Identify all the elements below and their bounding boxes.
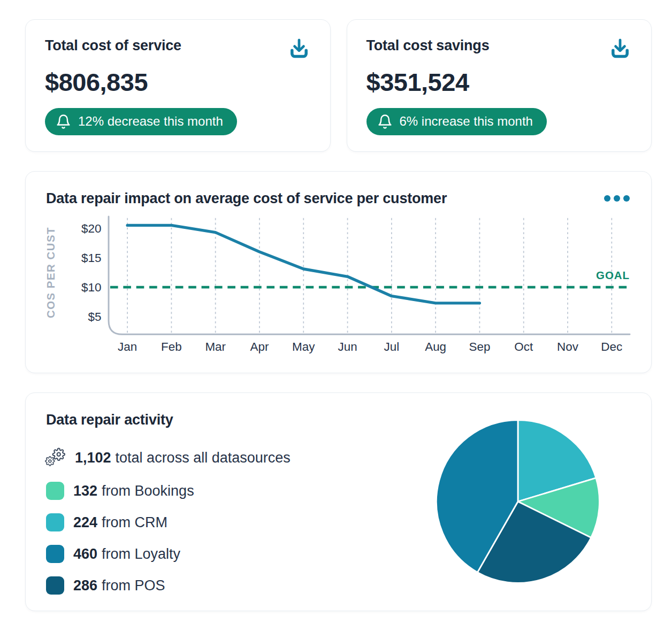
badge-label: 12% decrease this month	[78, 114, 223, 129]
impact-chart-card: Data repair impact on average cost of se…	[25, 171, 652, 373]
ellipsis-dot	[614, 195, 620, 202]
bookings-color-swatch	[46, 482, 64, 500]
svg-text:GOAL: GOAL	[596, 269, 630, 281]
legend-item-pos: 286from POS	[46, 576, 433, 595]
kpi-value: $351,524	[366, 67, 632, 97]
legend-item-text: 132from Bookings	[73, 483, 194, 499]
loyalty-color-swatch	[46, 545, 64, 563]
activity-legend-column: Data repair activity 1,102total acr	[46, 411, 433, 595]
bell-icon	[56, 114, 71, 129]
svg-text:Apr: Apr	[250, 340, 269, 353]
source-count: 286	[73, 577, 97, 594]
legend-item-text: 286from POS	[73, 577, 165, 594]
legend-item-loyalty: 460from Loyalty	[46, 545, 433, 563]
source-label: from CRM	[102, 514, 167, 530]
card-header: Total cost of service	[45, 37, 311, 60]
kpi-card-total-cost-of-service: Total cost of service $806,835 12% decre…	[25, 19, 331, 152]
download-button[interactable]	[287, 37, 311, 60]
card-title: Total cost savings	[366, 37, 490, 55]
svg-text:Oct: Oct	[514, 340, 533, 353]
svg-text:Dec: Dec	[601, 340, 622, 353]
dashboard: Total cost of service $806,835 12% decre…	[0, 0, 672, 622]
svg-text:Aug: Aug	[425, 340, 446, 353]
svg-text:$15: $15	[81, 251, 101, 265]
legend-item-bookings: 132from Bookings	[46, 482, 433, 500]
ellipsis-dot	[623, 195, 630, 202]
svg-text:$20: $20	[81, 221, 101, 235]
svg-text:Jul: Jul	[384, 340, 400, 353]
cost-per-customer-line-chart: GOAL$5$10$15$20COS PER CUSTJanFebMarAprM…	[46, 214, 631, 363]
more-options-button[interactable]	[603, 190, 631, 207]
legend-item-crm: 224from CRM	[46, 513, 433, 531]
bell-icon	[377, 114, 393, 129]
gears-icon	[44, 447, 66, 468]
svg-text:COS PER CUST: COS PER CUST	[46, 227, 57, 318]
download-icon	[608, 37, 632, 60]
source-label: from Loyalty	[102, 546, 180, 562]
activity-title: Data repair activity	[46, 411, 433, 429]
svg-text:Jan: Jan	[118, 340, 137, 353]
kpi-card-total-cost-savings: Total cost savings $351,524 6% increase …	[347, 19, 652, 152]
pos-color-swatch	[46, 576, 64, 595]
svg-text:Mar: Mar	[205, 340, 226, 353]
svg-text:$5: $5	[88, 310, 101, 323]
change-badge: 6% increase this month	[366, 108, 547, 135]
total-label: total across all datasources	[116, 450, 291, 466]
svg-text:Nov: Nov	[557, 340, 579, 353]
svg-text:Jun: Jun	[338, 340, 357, 353]
activity-legend: 1,102total across all datasources 132fro…	[46, 447, 433, 595]
crm-color-swatch	[46, 513, 64, 531]
badge-label: 6% increase this month	[400, 114, 533, 129]
card-title: Total cost of service	[45, 37, 181, 55]
legend-total-text: 1,102total across all datasources	[75, 450, 291, 466]
chart-title: Data repair impact on average cost of se…	[46, 190, 447, 208]
svg-text:May: May	[292, 340, 315, 353]
legend-item-text: 460from Loyalty	[73, 546, 180, 562]
legend-total-row: 1,102total across all datasources	[46, 447, 433, 468]
card-header: Data repair impact on average cost of se…	[46, 190, 631, 208]
kpi-value: $806,835	[45, 67, 311, 97]
source-label: from Bookings	[102, 483, 194, 499]
activity-card: Data repair activity 1,102total acr	[25, 392, 652, 612]
svg-text:Feb: Feb	[161, 340, 182, 353]
ellipsis-dot	[604, 195, 610, 202]
legend-item-text: 224from CRM	[73, 514, 167, 531]
download-button[interactable]	[608, 37, 632, 60]
activity-pie-chart	[433, 417, 603, 587]
svg-text:Sep: Sep	[469, 340, 490, 353]
card-header: Total cost savings	[366, 37, 632, 60]
download-icon	[287, 37, 311, 60]
source-count: 460	[73, 546, 97, 562]
source-label: from POS	[102, 577, 165, 594]
total-count: 1,102	[75, 450, 111, 466]
source-count: 224	[73, 514, 97, 530]
kpi-row: Total cost of service $806,835 12% decre…	[25, 19, 652, 152]
svg-text:$10: $10	[81, 281, 101, 294]
source-count: 132	[73, 483, 97, 499]
change-badge: 12% decrease this month	[45, 108, 237, 135]
